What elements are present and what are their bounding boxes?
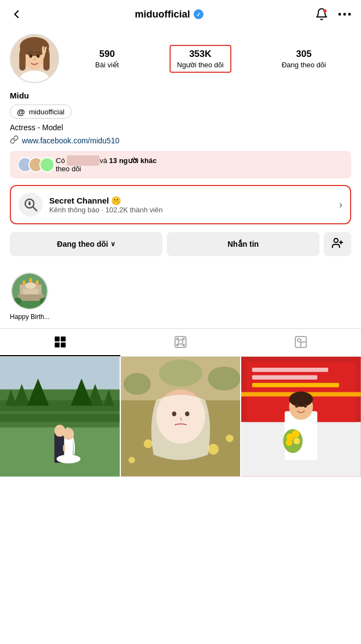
svg-point-38 — [178, 340, 183, 344]
svg-point-16 — [334, 239, 338, 242]
photo-cell-3[interactable] — [241, 357, 361, 477]
follow-button[interactable]: Đang theo dõi ∨ — [10, 232, 162, 256]
avatar[interactable] — [10, 34, 59, 83]
svg-point-84 — [295, 404, 299, 408]
posts-label: Bài viết — [95, 61, 119, 69]
profile-link[interactable]: www.facebook.com/midu510 — [10, 135, 351, 146]
mutual-avatar-3 — [39, 157, 55, 172]
tab-tagged[interactable] — [241, 329, 361, 356]
profile-top-row: 590 Bài viết 353K Người theo dõi 305 Đan… — [10, 34, 351, 83]
posts-stat[interactable]: 590 Bài viết — [95, 49, 119, 69]
mutual-followers-banner: Có và 13 người kháctheo dõi — [10, 151, 351, 178]
link-text: www.facebook.com/midu510 — [22, 136, 119, 145]
threads-badge[interactable]: @ miduofficial — [10, 105, 72, 119]
action-buttons-row: Đang theo dõi ∨ Nhắn tin — [10, 232, 351, 256]
more-options-button[interactable] — [338, 13, 351, 16]
mutual-avatars — [18, 157, 50, 172]
photo-grid — [0, 357, 361, 477]
svg-point-0 — [323, 9, 327, 13]
svg-point-73 — [185, 411, 189, 416]
svg-point-66 — [159, 359, 202, 387]
svg-rect-36 — [61, 343, 66, 347]
svg-point-1 — [338, 13, 341, 16]
svg-point-68 — [208, 444, 219, 455]
svg-rect-8 — [19, 51, 25, 71]
channel-info: Secret Channel 🤫 Kênh thông báo · 102,2K… — [49, 196, 333, 214]
profile-bio: Actress - Model — [10, 123, 351, 132]
tabs-row — [0, 328, 361, 357]
svg-point-67 — [143, 439, 152, 448]
add-user-button[interactable] — [324, 232, 351, 256]
header-username-area: miduofficial ✓ — [135, 9, 203, 20]
threads-handle: miduofficial — [29, 108, 65, 116]
svg-rect-35 — [55, 343, 60, 347]
tab-reels[interactable] — [120, 329, 241, 356]
svg-point-2 — [343, 13, 346, 16]
avatar-image — [11, 35, 58, 82]
back-button[interactable] — [10, 8, 23, 21]
svg-point-85 — [304, 404, 307, 408]
app-header: miduofficial ✓ — [0, 0, 361, 28]
highlight-item[interactable]: Happy Birth... — [10, 272, 50, 321]
profile-section: 590 Bài viết 353K Người theo dõi 305 Đan… — [0, 28, 361, 272]
follow-chevron-icon: ∨ — [110, 240, 115, 248]
message-button[interactable]: Nhắn tin — [167, 232, 319, 256]
photo-cell-1[interactable] — [0, 357, 120, 477]
followers-stat[interactable]: 353K Người theo dõi — [170, 45, 231, 73]
tab-grid[interactable] — [0, 329, 120, 356]
svg-point-70 — [225, 434, 233, 442]
svg-point-28 — [30, 278, 32, 281]
followers-label: Người theo dõi — [177, 61, 224, 69]
svg-point-60 — [63, 428, 74, 440]
svg-rect-61 — [63, 445, 65, 451]
svg-point-10 — [29, 54, 32, 58]
svg-point-59 — [56, 455, 80, 463]
svg-point-32 — [39, 298, 48, 304]
followers-count: 353K — [189, 49, 212, 60]
svg-line-14 — [33, 207, 37, 211]
notifications-button[interactable] — [315, 8, 328, 21]
svg-point-41 — [177, 344, 178, 346]
svg-point-3 — [348, 13, 351, 16]
threads-icon: @ — [17, 107, 26, 116]
svg-point-89 — [286, 439, 293, 446]
svg-rect-78 — [252, 368, 328, 372]
following-label: Đang theo dõi — [282, 61, 326, 69]
photo-cell-2[interactable] — [121, 357, 241, 477]
mutual-text: Có và 13 người kháctheo dõi — [56, 156, 343, 173]
channel-icon — [19, 193, 43, 217]
link-icon — [10, 135, 19, 146]
svg-point-11 — [37, 54, 40, 58]
svg-point-65 — [208, 367, 241, 391]
svg-point-69 — [129, 457, 135, 463]
svg-point-31 — [13, 298, 22, 304]
svg-point-88 — [292, 430, 300, 438]
channel-subtitle: Kênh thông báo · 102,2K thành viên — [49, 206, 333, 214]
svg-point-23 — [25, 282, 36, 289]
verified-badge: ✓ — [194, 9, 203, 19]
svg-rect-15 — [28, 202, 31, 205]
profile-name: Midu — [10, 91, 351, 100]
svg-point-39 — [177, 338, 178, 340]
svg-rect-80 — [252, 383, 339, 387]
svg-point-40 — [183, 338, 184, 340]
svg-point-83 — [289, 392, 313, 407]
following-count: 305 — [296, 49, 311, 60]
highlights-section: Happy Birth... — [0, 272, 361, 328]
following-stat[interactable]: 305 Đang theo dõi — [282, 49, 326, 69]
username-text: miduofficial — [135, 9, 190, 20]
posts-count: 590 — [100, 49, 115, 60]
svg-point-44 — [298, 339, 301, 342]
secret-channel-card[interactable]: Secret Channel 🤫 Kênh thông báo · 102,2K… — [10, 185, 351, 224]
stats-row: 590 Bài viết 353K Người theo dõi 305 Đan… — [70, 45, 351, 73]
svg-point-64 — [124, 373, 151, 395]
svg-rect-22 — [23, 289, 38, 294]
channel-chevron-icon: › — [339, 199, 342, 211]
svg-point-72 — [172, 411, 176, 416]
header-icons-area — [315, 8, 351, 21]
svg-point-42 — [183, 344, 184, 346]
channel-name: Secret Channel 🤫 — [49, 196, 333, 206]
follow-label: Đang theo dõi — [57, 240, 108, 248]
svg-rect-33 — [55, 336, 60, 341]
svg-point-29 — [36, 280, 38, 283]
